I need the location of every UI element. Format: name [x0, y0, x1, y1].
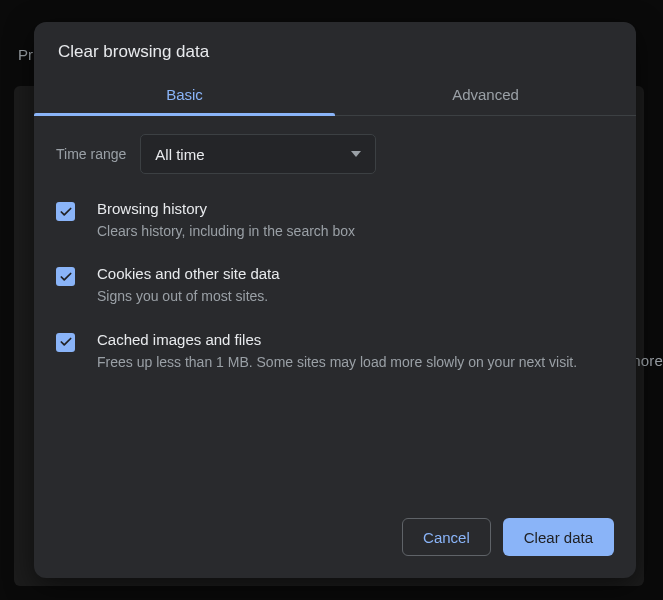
time-range-select[interactable]: All time — [140, 134, 376, 174]
clear-data-button[interactable]: Clear data — [503, 518, 614, 556]
clear-browsing-data-dialog: Clear browsing data Basic Advanced Time … — [34, 22, 636, 578]
option-desc: Clears history, including in the search … — [97, 221, 355, 241]
option-title: Browsing history — [97, 200, 355, 217]
dialog-footer: Cancel Clear data — [34, 500, 636, 578]
tab-basic[interactable]: Basic — [34, 76, 335, 115]
tab-bar: Basic Advanced — [34, 76, 636, 116]
cancel-button[interactable]: Cancel — [402, 518, 491, 556]
chevron-down-icon — [351, 151, 361, 157]
tab-advanced[interactable]: Advanced — [335, 76, 636, 115]
time-range-row: Time range All time — [56, 134, 614, 174]
option-cookies: Cookies and other site data Signs you ou… — [56, 265, 614, 306]
option-text: Browsing history Clears history, includi… — [97, 200, 355, 241]
time-range-value: All time — [155, 146, 204, 163]
option-title: Cookies and other site data — [97, 265, 280, 282]
checkbox-cached-files[interactable] — [56, 333, 75, 352]
time-range-label: Time range — [56, 146, 126, 162]
check-icon — [59, 335, 73, 349]
dialog-body: Time range All time Browsing history Cle… — [34, 116, 636, 500]
check-icon — [59, 270, 73, 284]
option-desc: Signs you out of most sites. — [97, 286, 280, 306]
background-text-right: nore — [632, 352, 663, 369]
option-title: Cached images and files — [97, 331, 577, 348]
option-text: Cached images and files Frees up less th… — [97, 331, 577, 372]
option-desc: Frees up less than 1 MB. Some sites may … — [97, 352, 577, 372]
checkbox-browsing-history[interactable] — [56, 202, 75, 221]
option-browsing-history: Browsing history Clears history, includi… — [56, 200, 614, 241]
checkbox-cookies[interactable] — [56, 267, 75, 286]
check-icon — [59, 205, 73, 219]
option-text: Cookies and other site data Signs you ou… — [97, 265, 280, 306]
option-cached-files: Cached images and files Frees up less th… — [56, 331, 614, 372]
dialog-title: Clear browsing data — [34, 22, 636, 76]
